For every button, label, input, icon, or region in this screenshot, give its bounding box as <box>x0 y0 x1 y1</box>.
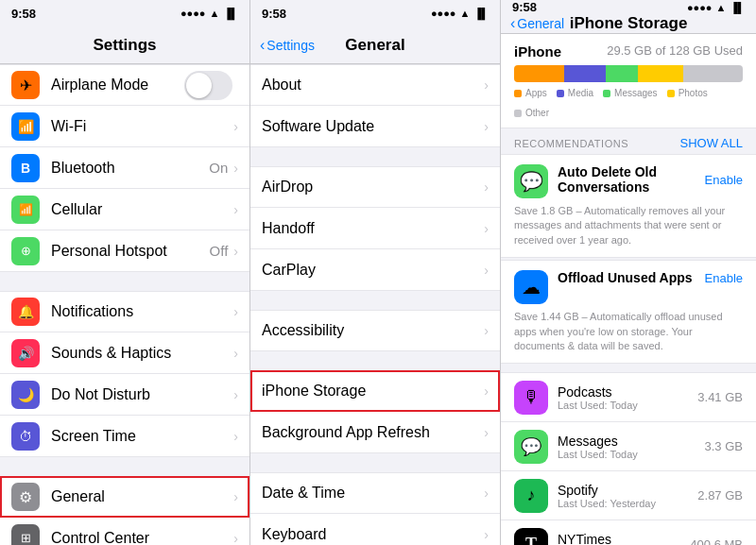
storage-panel: 9:58 ●●●● ▲ ▐▌ ‹ General iPhone Storage … <box>501 0 756 545</box>
spotify-info: Spotify Last Used: Yesterday <box>558 483 697 509</box>
rec-title-offload: Offload Unused Apps <box>558 270 693 285</box>
rec-title-row-2: Offload Unused Apps Enable <box>558 270 743 285</box>
general-label: General <box>51 488 233 505</box>
app-row-messages[interactable]: 💬 Messages Last Used: Today 3.3 GB <box>501 422 756 471</box>
signal-icon-m: ●●●● <box>431 8 456 19</box>
general-back-btn[interactable]: ‹ Settings <box>260 37 315 54</box>
rec-desc-offload: Save 1.44 GB – Automatically offload unu… <box>514 310 743 353</box>
spotify-size: 2.87 GB <box>697 488 743 502</box>
app-row-podcasts[interactable]: 🎙 Podcasts Last Used: Today 3.41 GB <box>501 373 756 422</box>
handoff-label: Handoff <box>262 220 484 237</box>
row-airplane[interactable]: ✈ Airplane Mode <box>0 64 249 106</box>
rec-card-header-1: 💬 Auto Delete Old Conversations Enable <box>514 164 743 198</box>
row-software[interactable]: Software Update › <box>250 106 500 147</box>
legend-label-messages: Messages <box>614 88 658 98</box>
handoff-chevron: › <box>484 221 489 236</box>
row-notifications[interactable]: 🔔 Notifications › <box>0 291 249 332</box>
rec-enable-auto-delete[interactable]: Enable <box>705 173 743 187</box>
row-general[interactable]: ⚙ General › <box>0 476 249 518</box>
airdrop-label: AirDrop <box>262 179 484 196</box>
rec-card-offload: ☁ Offload Unused Apps Enable Save 1.44 G… <box>501 260 756 364</box>
sounds-chevron: › <box>233 346 238 361</box>
row-hotspot[interactable]: ⊕ Personal Hotspot Off › <box>0 230 249 272</box>
date-time-label: Date & Time <box>262 485 484 502</box>
app-row-spotify[interactable]: ♪ Spotify Last Used: Yesterday 2.87 GB <box>501 471 756 520</box>
dnd-chevron: › <box>233 387 238 402</box>
signal-icon-r: ●●●● <box>687 2 713 13</box>
row-airdrop[interactable]: AirDrop › <box>250 166 500 208</box>
legend-dot-media <box>557 90 564 97</box>
row-about[interactable]: About › <box>250 64 500 106</box>
podcasts-size: 3.41 GB <box>697 390 743 404</box>
control-icon: ⊞ <box>11 524 40 546</box>
nytimes-name: NYTimes <box>558 532 690 545</box>
row-carplay[interactable]: CarPlay › <box>250 249 500 291</box>
time-right: 9:58 <box>512 0 537 14</box>
rec-card-auto-delete: 💬 Auto Delete Old Conversations Enable S… <box>501 154 756 258</box>
bg-refresh-chevron: › <box>484 425 489 440</box>
bar-media <box>564 65 606 82</box>
date-time-chevron: › <box>484 485 489 501</box>
row-iphone-storage[interactable]: iPhone Storage › <box>250 370 500 412</box>
legend-other: Other <box>514 108 549 118</box>
time-left: 9:58 <box>11 7 36 21</box>
section-alerts: 🔔 Notifications › 🔊 Sounds & Haptics › 🌙… <box>0 291 249 457</box>
row-bg-refresh[interactable]: Background App Refresh › <box>250 412 500 453</box>
messages-size: 3.3 GB <box>705 439 743 453</box>
messages-app-name: Messages <box>558 434 705 449</box>
spotify-icon: ♪ <box>514 479 548 513</box>
row-sounds[interactable]: 🔊 Sounds & Haptics › <box>0 332 249 374</box>
airplane-icon: ✈ <box>11 71 40 99</box>
screentime-label: Screen Time <box>51 428 233 445</box>
row-cellular[interactable]: 📶 Cellular › <box>0 189 249 230</box>
legend-media: Media <box>557 88 593 98</box>
notifications-icon: 🔔 <box>11 298 40 326</box>
airplane-label: Airplane Mode <box>51 77 184 94</box>
notifications-label: Notifications <box>51 303 233 320</box>
messages-app-icon: 💬 <box>514 430 548 464</box>
row-accessibility[interactable]: Accessibility › <box>250 310 500 351</box>
general-panel: 9:58 ●●●● ▲ ▐▌ ‹ Settings General About … <box>250 0 501 545</box>
dnd-icon: 🌙 <box>11 381 40 409</box>
legend-label-photos: Photos <box>679 88 708 98</box>
control-chevron: › <box>233 531 238 546</box>
sounds-label: Sounds & Haptics <box>51 345 233 362</box>
status-icons-right: ●●●● ▲ ▐▌ <box>687 2 745 13</box>
rec-enable-offload[interactable]: Enable <box>705 271 743 285</box>
bluetooth-icon: B <box>11 154 40 182</box>
general-icon: ⚙ <box>11 483 40 511</box>
iphone-storage-label: iPhone Storage <box>262 383 484 400</box>
row-screentime[interactable]: ⏱ Screen Time › <box>0 416 249 457</box>
row-wifi[interactable]: 📶 Wi-Fi › <box>0 106 249 147</box>
podcasts-last-used: Last Used: Today <box>558 400 697 411</box>
battery-icon-r: ▐▌ <box>730 2 745 13</box>
cellular-chevron: › <box>233 202 238 217</box>
storage-back-btn[interactable]: ‹ General <box>510 15 564 32</box>
hotspot-icon: ⊕ <box>11 237 40 265</box>
storage-bar-container: iPhone 29.5 GB of 128 GB Used Apps Media… <box>501 34 756 128</box>
row-date-time[interactable]: Date & Time › <box>250 472 500 514</box>
row-keyboard[interactable]: Keyboard › <box>250 514 500 545</box>
row-bluetooth[interactable]: B Bluetooth On › <box>0 147 249 189</box>
about-chevron: › <box>484 77 489 93</box>
dnd-label: Do Not Disturb <box>51 386 233 403</box>
airplane-toggle[interactable] <box>184 71 232 100</box>
wifi-label: Wi-Fi <box>51 118 233 135</box>
general-section-4: iPhone Storage › Background App Refresh … <box>250 370 500 453</box>
back-label-m: Settings <box>266 38 315 53</box>
msep1 <box>250 147 500 166</box>
row-control[interactable]: ⊞ Control Center › <box>0 518 249 545</box>
row-handoff[interactable]: Handoff › <box>250 208 500 249</box>
spotify-last-used: Last Used: Yesterday <box>558 498 697 509</box>
cellular-icon: 📶 <box>11 196 40 224</box>
rec-show-all-btn[interactable]: SHOW ALL <box>680 136 743 150</box>
status-bar-right: 9:58 ●●●● ▲ ▐▌ <box>501 0 756 14</box>
legend-dot-messages <box>603 90 610 97</box>
app-row-nytimes[interactable]: T NYTimes Last Used: 4/30/19 400.6 MB <box>501 520 756 545</box>
wifi-icon: ▲ <box>210 8 220 19</box>
wifi-icon-m: ▲ <box>460 8 471 19</box>
sounds-icon: 🔊 <box>11 339 40 367</box>
podcasts-info: Podcasts Last Used: Today <box>558 384 697 411</box>
spotify-name: Spotify <box>558 483 697 498</box>
row-dnd[interactable]: 🌙 Do Not Disturb › <box>0 374 249 416</box>
